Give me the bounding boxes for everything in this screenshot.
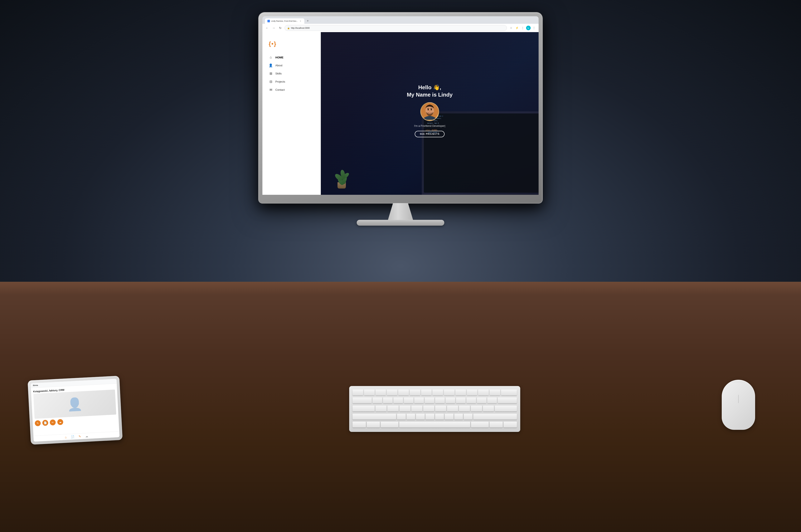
key-row-4 <box>352 413 517 420</box>
refresh-button[interactable]: ↻ <box>278 25 283 31</box>
key <box>503 422 517 428</box>
key <box>483 406 494 412</box>
tablet-bottom-icon-2[interactable]: 📄 <box>71 435 74 439</box>
key <box>376 406 386 412</box>
key <box>411 406 422 412</box>
forward-button[interactable]: → <box>271 25 276 31</box>
monitor-stand <box>357 203 444 226</box>
nav-label-home: HOME <box>275 56 284 59</box>
tablet-icon-item: ☁ <box>57 419 63 425</box>
key <box>471 422 489 428</box>
avatar-illustration <box>421 102 438 120</box>
key <box>421 390 432 395</box>
tablet-icon-item: ✎ <box>35 420 41 426</box>
nav-item-skills[interactable]: ⊞ Skills <box>269 70 314 78</box>
key <box>501 390 517 395</box>
nav-label-about: About <box>275 64 282 67</box>
person-silhouette: 👤 <box>66 396 83 412</box>
new-tab-button[interactable]: + <box>305 18 311 24</box>
tablet-bottom-icon-3[interactable]: ✎ <box>78 435 81 438</box>
tab-close-button[interactable]: × <box>299 20 302 22</box>
see-projects-button[interactable]: SEE PROJECTS <box>415 131 445 137</box>
key <box>398 390 409 395</box>
key <box>447 406 458 412</box>
hero-section: .field_information { cursor: default; fl… <box>321 32 539 195</box>
extensions-icon[interactable]: ⚡ <box>514 25 519 31</box>
key <box>425 414 434 420</box>
stand-base <box>357 220 444 226</box>
shift-left-key <box>352 414 396 420</box>
spacebar-key <box>399 422 470 428</box>
key <box>414 398 424 403</box>
nav-item-home[interactable]: ⌂ HOME <box>269 53 314 61</box>
key <box>456 398 465 403</box>
monitor-wrapper: Lindy Ramirez, Front End Dev... × + ← → … <box>259 13 542 226</box>
key <box>423 406 434 412</box>
key <box>487 398 497 403</box>
tablet-icon-item: 📄 <box>42 420 48 426</box>
website-content: {•} ⌂ HOME 👤 About ⊞ Skills <box>262 32 539 195</box>
nav-item-about[interactable]: 👤 About <box>269 61 314 70</box>
key <box>454 414 463 420</box>
back-button[interactable]: ← <box>265 25 269 31</box>
key <box>406 414 415 420</box>
key <box>445 414 454 420</box>
key <box>373 398 382 403</box>
nav-label-skills: Skills <box>275 72 282 75</box>
key-row-3 <box>352 405 517 412</box>
hero-avatar <box>420 102 439 121</box>
key <box>387 390 397 395</box>
settings-icon[interactable]: ⋮ <box>520 25 525 31</box>
tab-favicon <box>267 20 270 22</box>
nav-item-projects[interactable]: ⊟ Projects <box>269 78 314 86</box>
tablet-bottom-icon-1[interactable]: ⌂ <box>65 435 67 439</box>
bookmark-icon[interactable]: ☆ <box>509 25 514 31</box>
key <box>478 390 489 395</box>
hero-greeting: Hello 👋, <box>407 84 453 91</box>
key <box>399 406 411 412</box>
key <box>397 414 406 420</box>
tablet-bottom-icon-4[interactable]: ☁ <box>85 434 88 438</box>
active-tab[interactable]: Lindy Ramirez, Front End Dev... × <box>265 18 304 24</box>
address-bar[interactable]: 🔒 http://localhost:3000 <box>285 25 507 31</box>
tablet-bottom-bar: ⌂ 📄 ✎ ☁ <box>33 431 119 442</box>
key <box>364 390 375 395</box>
key <box>352 406 375 412</box>
tablet-frame: ifirma Księgowość, faktury, CRM 👤 ✎ 📄 ✏ <box>27 376 123 445</box>
svg-point-4 <box>429 111 430 111</box>
toolbar-actions: ☆ ⚡ ⋮ L ⋮ <box>509 25 536 31</box>
key <box>352 398 372 403</box>
browser-chrome: Lindy Ramirez, Front End Dev... × + <box>262 16 539 24</box>
key-row-1 <box>352 389 517 396</box>
key <box>490 390 500 395</box>
shift-right-key <box>473 414 517 420</box>
tablet-icon-2[interactable]: 📄 <box>42 420 48 426</box>
key-row-2 <box>352 397 517 404</box>
hero-subtitle: I'm a Frontend Developer| <box>407 124 453 128</box>
tablet-icon-4[interactable]: ☁ <box>57 419 63 425</box>
key <box>433 390 443 395</box>
tab-title: Lindy Ramirez, Front End Dev... <box>271 20 298 22</box>
profile-avatar[interactable]: L <box>526 26 531 30</box>
svg-point-2 <box>427 109 429 111</box>
sidebar-navigation: ⌂ HOME 👤 About ⊞ Skills ⊟ Projects <box>269 53 314 94</box>
key <box>464 414 473 420</box>
skills-icon: ⊞ <box>269 72 273 76</box>
svg-point-3 <box>431 109 432 111</box>
url-text: http://localhost:3000 <box>291 27 310 29</box>
tablet-icon-3[interactable]: ✏ <box>50 419 56 425</box>
key <box>435 406 446 412</box>
key <box>352 422 366 428</box>
stand-neck <box>388 203 413 220</box>
key <box>381 422 398 428</box>
key <box>383 398 393 403</box>
keyboard <box>349 386 520 432</box>
key <box>444 390 455 395</box>
tablet-icon-1[interactable]: ✎ <box>35 420 41 426</box>
key <box>490 422 503 428</box>
key <box>435 398 445 403</box>
nav-item-contact[interactable]: ✉ Contact <box>269 86 314 94</box>
key <box>445 398 455 403</box>
tablet-icon-item: ✏ <box>50 419 56 425</box>
menu-icon[interactable]: ⋮ <box>532 25 536 31</box>
